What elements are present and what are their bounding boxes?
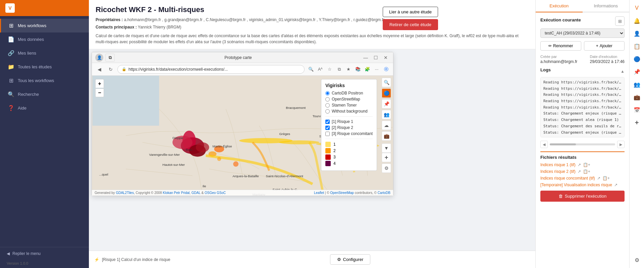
- layer-concomitant[interactable]: [3] Risque concomitant: [325, 131, 373, 136]
- map-tool-users[interactable]: 👥: [382, 110, 391, 119]
- layer-concomitant-checkbox[interactable]: [325, 132, 330, 136]
- browser-bookmark-button[interactable]: ☆: [325, 65, 334, 74]
- map-tool-pin[interactable]: 📌: [382, 99, 391, 109]
- browser-edge-icon[interactable]: ⓔ: [382, 65, 390, 74]
- result-file-icon-1[interactable]: 📋+: [602, 176, 610, 181]
- map-tool-cloud[interactable]: ☁: [382, 121, 391, 130]
- map-tool-arrow-down[interactable]: ▼: [382, 143, 391, 153]
- sidebar-collapse[interactable]: ◀ Replier le menu: [0, 247, 89, 260]
- layer-risque1-checkbox[interactable]: [325, 120, 330, 124]
- log-scrollbar[interactable]: [550, 143, 615, 145]
- map-legend: Vigirisks CartoDB Positron OpenStreetMap: [321, 79, 377, 171]
- basemap-none[interactable]: Without background: [325, 109, 373, 114]
- add-execution-button[interactable]: + Ajouter: [584, 41, 625, 51]
- leaflet-link[interactable]: Leaflet: [314, 191, 324, 195]
- link-study-button[interactable]: Lier à une autre étude: [383, 7, 438, 17]
- basemap-stamen-radio[interactable]: [325, 103, 330, 108]
- map-zoom-out-button[interactable]: −: [95, 88, 104, 97]
- rename-execution-button[interactable]: ✏ Renommer: [540, 41, 581, 51]
- result-file-link[interactable]: Indices risque concomitant (tif): [540, 176, 595, 181]
- result-file-icon-1[interactable]: 📋+: [583, 162, 590, 167]
- browser-collections-button[interactable]: 📚: [354, 65, 362, 74]
- far-right-profile[interactable]: 👤: [632, 28, 642, 39]
- sidebar-item-data[interactable]: 📄 Mes données: [0, 32, 89, 46]
- browser-url-bar[interactable]: 🔒 https://vigirisks.fr/data/execution/cr…: [117, 65, 305, 74]
- gdal-link[interactable]: GDAL: [192, 191, 201, 195]
- basemap-none-radio[interactable]: [325, 109, 330, 114]
- gdal2tiles-link[interactable]: GDAL2Tiles: [116, 191, 134, 195]
- legend-color-1: 1: [325, 142, 373, 147]
- grid-view-button[interactable]: ⊞: [615, 16, 625, 26]
- browser-search-button[interactable]: 🔍: [307, 65, 315, 74]
- far-right-document[interactable]: 📋: [632, 41, 642, 52]
- far-right-calendar[interactable]: 📅: [632, 105, 642, 115]
- far-right-add[interactable]: +: [632, 117, 642, 128]
- basemap-cartodb-radio[interactable]: [325, 91, 330, 95]
- sidebar-item-all-studies[interactable]: 📁 Toutes les études: [0, 60, 89, 74]
- browser-split-button[interactable]: ⧉: [335, 65, 343, 74]
- basemap-cartodb[interactable]: CartoDB Positron: [325, 91, 373, 95]
- tab-execution[interactable]: Exécution: [536, 0, 583, 12]
- map-tool-briefcase[interactable]: 💼: [382, 131, 391, 141]
- browser-fav-button[interactable]: ★: [344, 65, 353, 74]
- browser-minimize-button[interactable]: —: [362, 54, 370, 62]
- far-right-bell[interactable]: 🔔: [632, 15, 642, 26]
- layer-risque1[interactable]: [1] Risque 1: [325, 119, 373, 124]
- map-tool-add[interactable]: +: [382, 153, 391, 162]
- cartodb-link[interactable]: CartoDB: [378, 191, 390, 195]
- log-line: Reading https://vigirisks.fr/back/api/..…: [543, 86, 622, 92]
- far-right-pin[interactable]: 📌: [632, 66, 642, 77]
- result-file-link[interactable]: Indices risque 1 (tif): [540, 162, 576, 167]
- sidebar-item-workflows[interactable]: ⊞ Mes workflows: [0, 19, 89, 32]
- svg-point-14: [217, 157, 221, 161]
- map-tool-active[interactable]: 🔵: [382, 88, 391, 98]
- sidebar-item-all-workflows[interactable]: ⊞ Tous les workflows: [0, 74, 89, 87]
- configure-button[interactable]: ⚙ Configurer: [330, 254, 371, 265]
- klokan-link[interactable]: Klokan Petr Pridal: [163, 191, 190, 195]
- osm-link[interactable]: OpenStreetMap: [330, 191, 354, 195]
- map-tool-settings[interactable]: ⚙: [382, 163, 391, 173]
- browser-close-button[interactable]: ✕: [382, 54, 390, 62]
- log-line: Reading https://vigirisks.fr/back/api/..…: [543, 98, 622, 105]
- browser-refresh-button[interactable]: ↻: [106, 65, 115, 74]
- browser-back-button[interactable]: ◀: [95, 65, 104, 74]
- result-file-icon-0[interactable]: ↗: [578, 169, 581, 174]
- result-file-link[interactable]: Indices risque 2 (tif): [540, 169, 576, 174]
- sidebar-item-search[interactable]: 🔍 Recherche: [0, 87, 89, 101]
- osgeo-link[interactable]: OSGeo GSoC: [205, 191, 226, 195]
- browser-maximize-button[interactable]: ☐: [372, 54, 380, 62]
- remove-from-study-button[interactable]: Retirer de cette étude: [383, 19, 438, 30]
- step-icon: ⚡: [94, 257, 99, 262]
- layer-risque2-checkbox[interactable]: [325, 126, 330, 130]
- map-tool-search[interactable]: 🔍: [382, 78, 391, 87]
- basemap-osm[interactable]: OpenStreetMap: [325, 97, 373, 102]
- tab-informations[interactable]: Informations: [583, 0, 630, 12]
- legend-value-1: 1: [333, 142, 336, 147]
- far-right-briefcase[interactable]: 💼: [632, 92, 642, 103]
- result-file-icon-0[interactable]: ↗: [614, 183, 618, 187]
- logs-header: Logs ▲: [540, 67, 625, 75]
- far-right-users[interactable]: 👥: [632, 79, 642, 90]
- browser-extensions-button[interactable]: 🧩: [363, 65, 372, 74]
- browser-read-button[interactable]: Aᴬ: [316, 65, 325, 74]
- far-right-blue[interactable]: 🔵: [632, 54, 642, 64]
- sidebar-item-help[interactable]: ❓ Aide: [0, 101, 89, 115]
- logs-toggle-button[interactable]: ▲: [621, 69, 625, 74]
- result-file-icon-0[interactable]: ↗: [597, 176, 600, 181]
- scroll-right-button[interactable]: ▶: [617, 141, 625, 148]
- result-file-link[interactable]: [Temporaire] Visualisation indices risqu…: [540, 183, 612, 187]
- far-right-settings[interactable]: ⚙: [632, 255, 642, 265]
- browser-tabs-icon[interactable]: ⧉: [105, 54, 115, 62]
- layer-risque2[interactable]: [2] Risque 2: [325, 125, 373, 130]
- result-file-icon-0[interactable]: ↗: [578, 162, 581, 167]
- scroll-left-button[interactable]: ◀: [540, 141, 548, 148]
- sidebar-item-links[interactable]: 🔗 Mes liens: [0, 46, 89, 60]
- delete-execution-button[interactable]: 🗑 Supprimer l'exécution: [540, 191, 625, 202]
- basemap-stamen[interactable]: Stamen Toner: [325, 103, 373, 108]
- execution-select[interactable]: testC_AH (29/03/2022 à 17:46): [540, 28, 625, 38]
- browser-more-button[interactable]: ···: [372, 65, 381, 74]
- svg-text:Dieppe: Dieppe: [172, 136, 183, 140]
- map-zoom-in-button[interactable]: +: [95, 79, 104, 88]
- basemap-osm-radio[interactable]: [325, 97, 330, 102]
- result-file-icon-1[interactable]: 📋+: [583, 169, 590, 174]
